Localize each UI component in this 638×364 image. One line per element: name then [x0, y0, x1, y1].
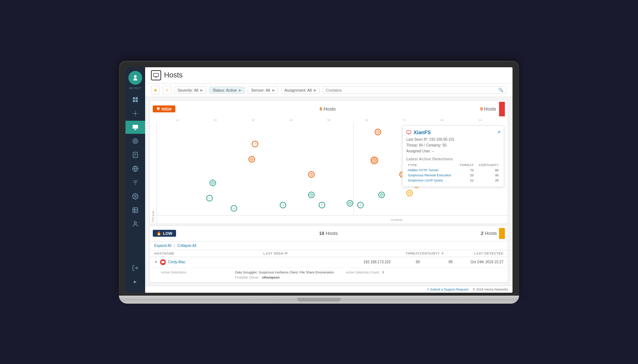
sidebar-item-filter[interactable] [125, 176, 145, 189]
page-title: Hosts [164, 71, 183, 79]
sidebar-logo[interactable] [128, 71, 142, 85]
svg-rect-19 [133, 208, 138, 213]
detection-threat: 20 [456, 173, 475, 178]
sidebar-item-reports[interactable] [125, 148, 145, 161]
main-content: Hosts ★ + Severity: All ▶ Status: Active… [145, 67, 513, 293]
dot-teal-5[interactable] [308, 192, 315, 198]
detection-detail: Active Detections: Data Smuggler, Suspic… [150, 268, 508, 283]
filter-bar: ★ + Severity: All ▶ Status: Active ▶ Sen… [145, 84, 513, 97]
high-badge-label: HIGH [162, 107, 172, 111]
dot-3[interactable] [308, 171, 315, 178]
dot-teal-9[interactable] [378, 192, 385, 198]
svg-point-18 [135, 195, 136, 197]
threat-cell: 99 [391, 260, 420, 264]
sidebar-item-sensors[interactable] [125, 135, 145, 148]
sidebar-item-expand[interactable]: ▶ [132, 275, 139, 288]
popup-th-threat: THREAT [456, 163, 475, 168]
certainty-axis-label: Certainty [391, 218, 402, 221]
sidebar-item-hosts[interactable] [125, 121, 145, 134]
detection-certainty: 95 [475, 173, 500, 178]
popup-detections-table: TYPE THREAT CERTAINTY Hidden HTTP Tunnel… [406, 163, 500, 183]
dot-xianfs[interactable] [371, 157, 378, 164]
detection-threat: 21 [456, 178, 475, 183]
sidebar-item-dashboard[interactable] [125, 93, 145, 106]
high-left-count: 6 Hosts [175, 106, 480, 112]
scatter-container: Threat + [150, 122, 508, 224]
svg-rect-4 [136, 100, 138, 102]
low-badge-icon: 🔥 [156, 231, 162, 236]
star-filter[interactable]: ★ [151, 86, 160, 95]
low-badge: 🔥 LOW [153, 230, 176, 237]
table-row: ▼ Cindy-Mac 192.168.173.102 99 99 Oct 24… [150, 257, 508, 268]
search-box[interactable]: 🔍 [323, 86, 507, 94]
dot-amber-2[interactable] [406, 190, 413, 196]
row-hostname-cell: ▼ Cindy-Mac [154, 259, 263, 265]
popup-th-certainty: CERTAINTY [475, 163, 500, 168]
svg-point-0 [134, 75, 136, 77]
high-red-indicator [499, 102, 505, 116]
dot-right-1[interactable] [375, 129, 381, 135]
sidebar-item-campaigns[interactable] [125, 162, 145, 175]
detection-type[interactable]: Suspicious Remote Execution [406, 173, 456, 178]
page-header: Hosts [145, 67, 513, 84]
host-icon [160, 259, 166, 265]
support-link[interactable]: ↗ Submit a Support Request [426, 288, 468, 291]
dot-teal-3[interactable]: + [231, 205, 237, 212]
severity-filter[interactable]: Severity: All ▶ [174, 87, 206, 94]
sidebar-item-logout[interactable] [132, 261, 139, 275]
col-hostname: HOSTNAME [154, 252, 263, 255]
svg-rect-2 [136, 97, 138, 99]
collapse-all-link[interactable]: Collapse All [177, 244, 196, 248]
svg-point-28 [251, 159, 252, 160]
popup-hostname: XianFS ↗ [406, 129, 500, 135]
copyright: © 2018 Vectra Networks [473, 288, 508, 291]
col-certainty[interactable]: CERTAINTY ▼ [420, 252, 452, 255]
hostname-link[interactable]: Cindy-Mac [168, 260, 186, 264]
last-detected-cell: Oct 24th 2018 15:27 [452, 260, 503, 264]
expand-all-link[interactable]: Expand All [154, 244, 171, 248]
dot-teal-7[interactable] [347, 200, 353, 207]
svg-rect-24 [153, 73, 158, 76]
search-input[interactable] [326, 88, 498, 92]
brand-label: DETECT [129, 87, 141, 89]
dot-teal-6[interactable]: + [319, 202, 325, 208]
popup-th-type: TYPE [406, 163, 456, 168]
svg-rect-44 [162, 261, 164, 263]
sidebar-item-policies[interactable] [125, 204, 145, 217]
high-badge-icon: ☢ [156, 107, 160, 111]
detection-type[interactable]: Hidden HTTP Tunnel [406, 168, 456, 173]
detection-threat: 70 [456, 168, 475, 173]
svg-point-23 [134, 221, 136, 224]
detection-type[interactable]: Suspicious LDAP Query [406, 178, 456, 183]
low-actions: Expand All | Collapse All [150, 241, 508, 250]
col-last-seen-ip: LAST SEEN IP [263, 252, 391, 255]
plus-filter[interactable]: + [163, 86, 171, 95]
dot-1[interactable]: + [252, 141, 258, 147]
popup-link-icon[interactable]: ↗ [497, 130, 500, 134]
popup-detections-title: Latest Active Detections [406, 157, 500, 161]
dot-teal-8[interactable]: + [357, 202, 364, 208]
sidebar-item-detections[interactable] [125, 107, 145, 120]
low-left-count: 18 Hosts [176, 231, 481, 236]
sidebar-item-settings[interactable] [125, 190, 145, 203]
low-header: 🔥 LOW 18 Hosts 2 Hosts [150, 226, 508, 241]
hosts-icon [151, 70, 161, 80]
high-right-count: 9 Hosts [480, 106, 498, 112]
dot-2[interactable] [248, 156, 255, 163]
dot-teal-1[interactable] [210, 180, 216, 186]
sidebar: DETECT [125, 67, 145, 293]
svg-rect-1 [133, 97, 135, 99]
status-filter[interactable]: Status: Active ▶ [209, 87, 245, 94]
sensor-filter[interactable]: Sensor: All ▶ [248, 87, 278, 94]
dot-teal-4[interactable]: + [280, 202, 286, 208]
expand-icon[interactable]: ▼ [154, 260, 158, 264]
high-plot-area: ☢ HIGH 6 Hosts 9 Hosts 10 [149, 100, 508, 224]
certainty-cell: 99 [420, 260, 452, 264]
svg-point-9 [135, 141, 136, 141]
svg-point-5 [135, 112, 136, 114]
y-axis-label: Threat [150, 122, 156, 224]
dot-teal-2[interactable]: + [206, 195, 213, 201]
scatter-plot: + [156, 122, 508, 224]
assignment-filter[interactable]: Assignment: All ▶ [281, 87, 320, 94]
sidebar-item-users[interactable] [125, 217, 145, 231]
